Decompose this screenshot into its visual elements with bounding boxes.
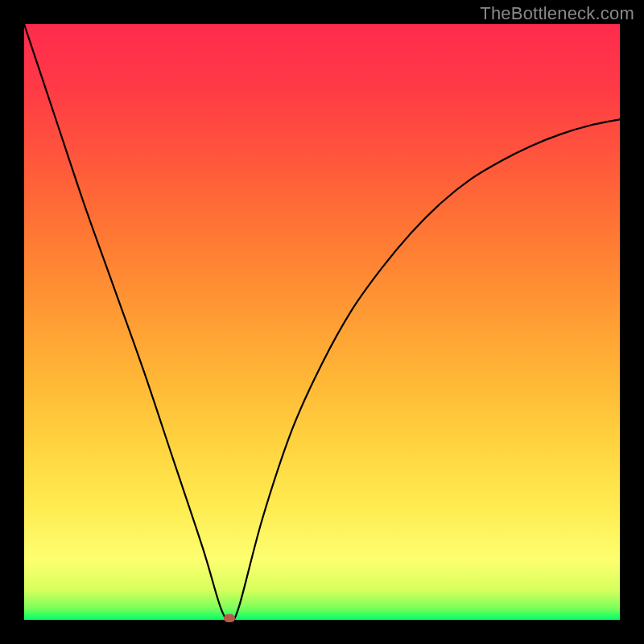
plot-area [24,24,620,620]
minimum-marker [224,614,235,622]
watermark-text: TheBottleneck.com [480,3,634,24]
bottleneck-curve [24,24,620,620]
chart-frame: TheBottleneck.com [0,0,644,644]
